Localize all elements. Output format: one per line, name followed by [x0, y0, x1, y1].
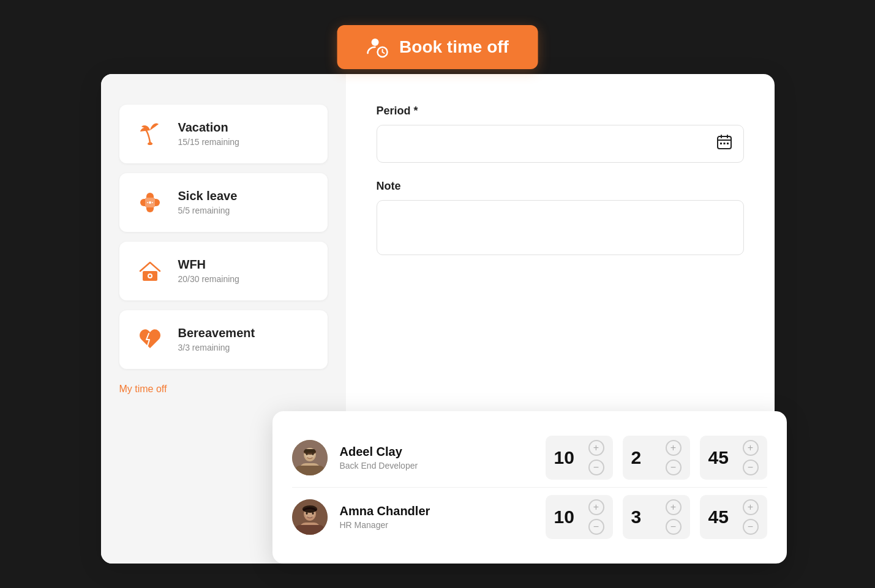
svg-point-8 — [147, 202, 148, 203]
palm-tree-icon — [134, 118, 166, 150]
adeel-controls-3: + − — [743, 440, 759, 475]
amna-decrement-2[interactable]: − — [666, 519, 682, 535]
svg-rect-21 — [295, 466, 325, 475]
vacation-info: Vacation 15/15 remaining — [178, 121, 239, 147]
period-input[interactable] — [377, 125, 744, 163]
adeel-val-3: 45 — [708, 447, 729, 468]
amna-name: Amna Chandler — [340, 504, 533, 518]
adeel-val-1: 10 — [554, 447, 574, 468]
leave-card-vacation[interactable]: Vacation 15/15 remaining — [119, 105, 328, 163]
amna-controls-3: + − — [743, 499, 759, 535]
avatar-adeel — [292, 440, 328, 475]
amna-increment-1[interactable]: + — [588, 499, 604, 515]
svg-point-25 — [312, 453, 314, 455]
adeel-decrement-1[interactable]: − — [588, 460, 604, 475]
my-time-off-link[interactable]: My time off — [119, 384, 328, 395]
adeel-increment-3[interactable]: + — [743, 440, 759, 456]
broken-heart-icon — [134, 324, 166, 355]
period-group: Period * — [377, 105, 744, 163]
bereavement-name: Bereavement — [178, 326, 255, 340]
adeel-name: Adeel Clay — [340, 445, 533, 459]
adeel-stepper-2: 2 + − — [623, 436, 690, 480]
adeel-steppers: 10 + − 2 + − 45 + — [546, 436, 767, 480]
adeel-increment-2[interactable]: + — [666, 440, 682, 456]
sick-leave-remaining: 5/5 remaining — [178, 206, 238, 215]
amna-controls-2: + − — [666, 499, 682, 535]
period-label: Period * — [377, 105, 744, 117]
adeel-role: Back End Developer — [340, 461, 533, 471]
adeel-stepper-1: 10 + − — [546, 436, 613, 480]
bereavement-info: Bereavement 3/3 remaining — [178, 326, 255, 352]
adeel-controls-2: + − — [666, 440, 682, 475]
sick-leave-name: Sick leave — [178, 189, 238, 203]
svg-point-24 — [306, 453, 307, 455]
svg-point-7 — [149, 201, 151, 204]
note-group: Note — [377, 180, 744, 258]
wfh-info: WFH 20/30 remaining — [178, 258, 239, 284]
amna-increment-3[interactable]: + — [743, 499, 759, 515]
amna-role: HR Manager — [340, 520, 533, 530]
svg-rect-15 — [723, 143, 725, 144]
overlay-card: Adeel Clay Back End Developer 10 + − 2 +… — [272, 411, 787, 564]
svg-point-2 — [148, 143, 152, 145]
svg-point-9 — [152, 202, 153, 203]
svg-rect-26 — [304, 449, 315, 453]
book-time-off-label: Book time off — [399, 37, 509, 57]
calendar-icon — [716, 134, 732, 154]
bandage-icon — [134, 187, 166, 218]
amna-controls-1: + − — [588, 499, 604, 535]
wfh-remaining: 20/30 remaining — [178, 274, 239, 284]
amna-info: Amna Chandler HR Manager — [340, 504, 533, 530]
note-input[interactable] — [377, 200, 744, 255]
adeel-info: Adeel Clay Back End Developer — [340, 445, 533, 471]
leave-card-wfh[interactable]: WFH 20/30 remaining — [119, 242, 328, 300]
leave-card-bereavement[interactable]: Bereavement 3/3 remaining — [119, 310, 328, 369]
amna-stepper-1: 10 + − — [546, 495, 613, 539]
home-icon — [134, 255, 166, 287]
svg-point-12 — [149, 275, 151, 277]
vacation-remaining: 15/15 remaining — [178, 137, 239, 147]
amna-steppers: 10 + − 3 + − 45 + — [546, 495, 767, 539]
svg-rect-31 — [295, 525, 325, 535]
svg-point-0 — [371, 39, 378, 46]
wfh-name: WFH — [178, 258, 239, 272]
adeel-controls-1: + − — [588, 440, 604, 475]
bereavement-remaining: 3/3 remaining — [178, 343, 255, 352]
amna-val-2: 3 — [631, 507, 642, 527]
amna-decrement-3[interactable]: − — [743, 519, 759, 535]
svg-rect-16 — [727, 143, 729, 144]
amna-decrement-1[interactable]: − — [588, 519, 604, 535]
amna-stepper-2: 3 + − — [623, 495, 690, 539]
adeel-stepper-3: 45 + − — [700, 436, 767, 480]
employee-row-adeel: Adeel Clay Back End Developer 10 + − 2 +… — [292, 428, 767, 487]
svg-point-33 — [306, 512, 307, 515]
vacation-name: Vacation — [178, 121, 239, 135]
adeel-decrement-2[interactable]: − — [666, 460, 682, 475]
employee-row-amna: Amna Chandler HR Manager 10 + − 3 + − — [292, 487, 767, 546]
svg-point-34 — [312, 512, 314, 515]
amna-increment-2[interactable]: + — [666, 499, 682, 515]
note-label: Note — [377, 180, 744, 193]
leave-card-sick[interactable]: Sick leave 5/5 remaining — [119, 173, 328, 232]
sick-leave-info: Sick leave 5/5 remaining — [178, 189, 238, 215]
avatar-amna — [292, 499, 328, 535]
adeel-val-2: 2 — [631, 447, 642, 468]
adeel-increment-1[interactable]: + — [588, 440, 604, 456]
adeel-decrement-3[interactable]: − — [743, 460, 759, 475]
amna-val-1: 10 — [554, 507, 574, 527]
book-time-off-button[interactable]: Book time off — [337, 25, 538, 69]
svg-rect-14 — [720, 143, 722, 144]
amna-stepper-3: 45 + − — [700, 495, 767, 539]
person-clock-icon — [366, 36, 388, 58]
amna-val-3: 45 — [708, 507, 729, 527]
